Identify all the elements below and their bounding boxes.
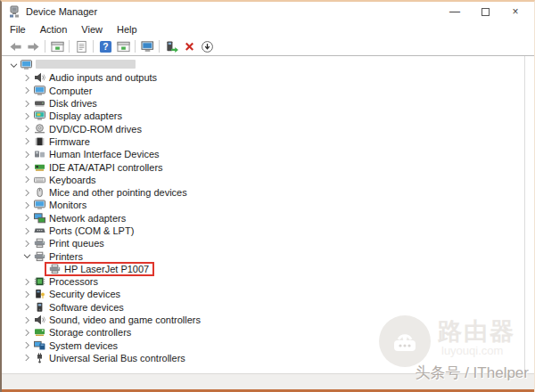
toolbar: ? (2, 37, 534, 56)
tree-item-label: System devices (49, 340, 118, 351)
screenshot-frame: Device Manager — × FileActionViewHelp ? … (0, 0, 535, 392)
tree-item-label: Printers (49, 251, 83, 262)
tree-item-label: Network adapters (49, 213, 126, 224)
chevron-right-icon[interactable] (21, 200, 33, 210)
title-bar: Device Manager — × (2, 2, 534, 21)
tree-item-processors[interactable]: Processors (2, 275, 524, 288)
window-title: Device Manager (26, 6, 97, 17)
chevron-right-icon[interactable] (21, 314, 33, 325)
ide-controller-icon (33, 162, 45, 173)
sound-controller-icon (33, 314, 45, 325)
tree-item-keyboards[interactable]: Keyboards (2, 174, 524, 186)
usb-controller-icon (33, 353, 45, 363)
tree-item-label: Security devices (49, 289, 120, 299)
print-queue-icon (33, 238, 45, 249)
firmware-chip-icon (33, 136, 45, 147)
close-button[interactable]: × (500, 3, 531, 20)
tree-item-label: Monitors (49, 200, 86, 210)
disable-device-icon[interactable] (198, 38, 216, 54)
tree-item-display-adapters[interactable]: Display adapters (2, 110, 524, 122)
tree-item-label: Computer (49, 86, 92, 96)
chevron-right-icon[interactable] (21, 175, 33, 185)
console-tree-icon[interactable] (114, 38, 132, 54)
maximize-button[interactable] (470, 3, 500, 20)
chevron-right-icon[interactable] (21, 98, 33, 109)
dvd-drive-icon (33, 124, 45, 135)
tree-item-label: Firmware (49, 136, 90, 147)
tree-item-sound-video-and-game-controllers[interactable]: Sound, video and game controllers (2, 314, 524, 326)
tree-item-root[interactable] (2, 59, 524, 71)
tree-item-hp-laserjet-p1007[interactable]: HP LaserJet P1007 (2, 263, 524, 275)
tree-item-print-queues[interactable]: Print queues (2, 237, 524, 249)
update-driver-icon[interactable] (162, 38, 180, 54)
chevron-right-icon[interactable] (21, 124, 33, 135)
tree-item-monitors[interactable]: Monitors (2, 199, 524, 211)
computer-icon (33, 86, 45, 96)
chevron-down-icon[interactable] (21, 251, 33, 262)
tree-item-universal-serial-bus-controllers[interactable]: Universal Serial Bus controllers (2, 352, 524, 364)
chevron-right-icon[interactable] (21, 86, 33, 96)
tree-item-disk-drives[interactable]: Disk drives (2, 97, 524, 110)
toolbar-separator (159, 40, 160, 53)
chevron-right-icon[interactable] (21, 302, 33, 313)
console-window-icon[interactable] (48, 38, 66, 54)
tree-item-label: IDE ATA/ATAPI controllers (49, 162, 163, 173)
scan-hardware-changes-icon[interactable] (138, 38, 156, 54)
tree-item-label: Mice and other pointing devices (49, 187, 187, 198)
security-device-icon (33, 289, 45, 299)
redacted-computer-name (36, 60, 136, 70)
mouse-icon (33, 187, 45, 198)
tree-item-mice-and-other-pointing-devices[interactable]: Mice and other pointing devices (2, 186, 524, 199)
chevron-right-icon[interactable] (21, 72, 33, 83)
storage-controller-icon (33, 327, 45, 338)
tree-item-dvd-cd-rom-drives[interactable]: DVD/CD-ROM drives (2, 122, 524, 135)
menu-action[interactable]: Action (38, 23, 75, 36)
toolbar-separator (69, 40, 70, 53)
computer-icon (20, 60, 32, 70)
chevron-right-icon[interactable] (21, 225, 33, 236)
tree-item-audio-inputs-and-outputs[interactable]: Audio inputs and outputs (2, 71, 524, 84)
tree-item-printers[interactable]: Printers (2, 249, 524, 262)
chevron-right-icon[interactable] (21, 340, 33, 351)
tree-item-ide-ata-atapi-controllers[interactable]: IDE ATA/ATAPI controllers (2, 160, 524, 173)
highlight-box: HP LaserJet P1007 (45, 262, 154, 276)
tree-item-ports-com-lpt[interactable]: Ports (COM & LPT) (2, 225, 524, 237)
menu-file[interactable]: File (8, 23, 33, 36)
properties-icon[interactable] (72, 38, 90, 54)
menu-view[interactable]: View (79, 23, 110, 36)
tree-item-computer[interactable]: Computer (2, 85, 524, 97)
minimize-button[interactable]: — (440, 3, 470, 20)
uninstall-device-icon[interactable] (180, 38, 198, 54)
menu-help[interactable]: Help (115, 23, 144, 36)
help-icon[interactable]: ? (96, 38, 114, 54)
chevron-right-icon[interactable] (21, 353, 33, 363)
svg-text:?: ? (103, 42, 108, 52)
back-arrow-icon[interactable] (6, 38, 24, 54)
tree-item-firmware[interactable]: Firmware (2, 135, 524, 148)
tree-item-label: Sound, video and game controllers (49, 314, 201, 325)
tree-item-human-interface-devices[interactable]: Human Interface Devices (2, 148, 524, 160)
chevron-right-icon[interactable] (21, 162, 33, 173)
toolbar-separator (135, 40, 136, 53)
forward-arrow-icon[interactable] (24, 38, 42, 54)
chevron-right-icon[interactable] (21, 149, 33, 159)
system-device-icon (33, 340, 45, 351)
chevron-right-icon[interactable] (21, 213, 33, 224)
tree-item-label: Audio inputs and outputs (49, 72, 157, 83)
tree-item-network-adapters[interactable]: Network adapters (2, 212, 524, 225)
tree-item-software-devices[interactable]: Software devices (2, 301, 524, 314)
tree-item-label: Disk drives (49, 98, 97, 109)
chevron-right-icon[interactable] (21, 110, 33, 121)
chevron-right-icon[interactable] (21, 238, 33, 249)
chevron-down-icon[interactable] (7, 60, 20, 70)
chevron-right-icon[interactable] (21, 289, 33, 299)
tree-item-system-devices[interactable]: System devices (2, 339, 524, 352)
tree-item-security-devices[interactable]: Security devices (2, 288, 524, 300)
bottom-strip (2, 373, 534, 389)
tree-item-storage-controllers[interactable]: Storage controllers (2, 326, 524, 339)
chevron-right-icon[interactable] (21, 187, 33, 198)
network-adapter-icon (33, 213, 45, 224)
chevron-right-icon[interactable] (21, 276, 33, 287)
chevron-right-icon[interactable] (21, 327, 33, 338)
chevron-right-icon[interactable] (21, 136, 33, 147)
